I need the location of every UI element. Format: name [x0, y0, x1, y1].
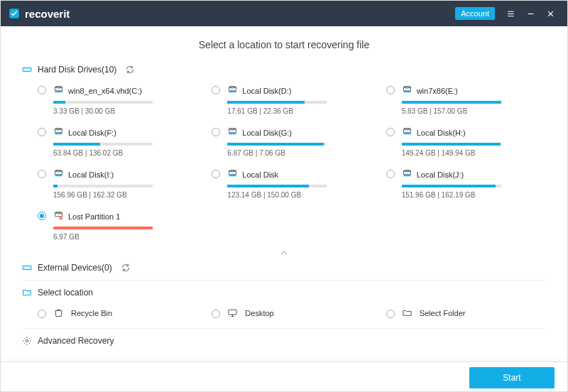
lost-disk-icon — [53, 210, 64, 222]
usage-bar-fill — [53, 227, 153, 229]
section-hard-disk-drives[interactable]: Hard Disk Drives(10) — [22, 60, 546, 79]
folder-icon — [22, 288, 32, 298]
radio[interactable] — [212, 86, 220, 94]
location-recycle-bin[interactable]: Recycle Bin — [38, 307, 197, 318]
usage-bar — [227, 143, 327, 146]
radio[interactable] — [212, 170, 220, 178]
recycle-bin-icon — [53, 307, 64, 318]
location-label: Desktop — [245, 309, 273, 317]
drive-item[interactable]: Local Disk(G:)6.87 GB | 7.06 GB — [212, 126, 371, 157]
radio[interactable] — [38, 86, 46, 94]
radio[interactable] — [386, 128, 395, 136]
drive-item[interactable]: Local Disk(F:)63.84 GB | 136.02 GB — [38, 126, 197, 157]
drive-body: Local Disk(H:)149.24 GB | 149.94 GB — [402, 126, 546, 157]
location-desktop[interactable]: Desktop — [212, 307, 371, 318]
drive-item[interactable]: Local Disk(J:)151.96 GB | 162.19 GB — [386, 168, 546, 199]
drive-item[interactable]: Local Disk(D:)17.61 GB | 22.36 GB — [212, 85, 371, 115]
usage-bar-fill — [402, 143, 501, 146]
drive-item[interactable]: Local Disk(I:)156.96 GB | 162.32 GB — [38, 168, 197, 199]
drive-title-row: Local Disk(J:) — [402, 168, 546, 180]
drive-item[interactable]: win7x86(E:)5.83 GB | 157.00 GB — [386, 85, 546, 115]
radio[interactable] — [212, 310, 220, 318]
radio[interactable] — [38, 128, 46, 136]
drive-size: 5.83 GB | 157.00 GB — [402, 107, 546, 115]
section-label: External Devices(0) — [38, 263, 112, 273]
usage-bar — [227, 185, 327, 187]
menu-button[interactable] — [501, 4, 520, 23]
radio[interactable] — [386, 310, 395, 318]
section-select-location[interactable]: Select location — [22, 283, 546, 302]
svg-point-2 — [24, 69, 25, 70]
usage-bar — [53, 227, 153, 229]
disk-icon — [53, 168, 64, 180]
brand-text: recoverit — [25, 8, 70, 20]
drive-size: 151.96 GB | 162.19 GB — [402, 191, 546, 199]
brand: recoverit — [8, 7, 70, 20]
radio[interactable] — [386, 170, 395, 178]
usage-bar-fill — [53, 185, 58, 187]
drive-title-row: win7x86(E:) — [402, 85, 546, 97]
drive-body: Local Disk(J:)151.96 GB | 162.19 GB — [402, 168, 546, 199]
drive-title-row: Local Disk(F:) — [53, 126, 197, 138]
radio[interactable] — [212, 128, 220, 136]
location-select-folder[interactable]: Select Folder — [386, 307, 546, 318]
svg-point-24 — [24, 267, 25, 268]
drive-name: win7x86(E:) — [417, 87, 458, 95]
drive-size: 156.96 GB | 162.32 GB — [53, 191, 197, 199]
drive-body: Local Disk123.14 GB | 150.00 GB — [227, 168, 371, 199]
location-row: Recycle Bin Desktop Select Folder — [22, 302, 546, 325]
section-label: Advanced Recovery — [38, 336, 114, 346]
radio[interactable] — [38, 170, 46, 178]
account-button[interactable]: Account — [455, 7, 495, 20]
usage-bar — [402, 143, 501, 146]
hamburger-icon — [506, 9, 515, 18]
usage-bar — [402, 185, 501, 187]
usage-bar-fill — [402, 185, 496, 187]
close-button[interactable] — [540, 4, 560, 23]
usage-bar-fill — [53, 143, 100, 146]
drive-item[interactable]: Lost Partition 16.97 GB — [38, 210, 197, 241]
usage-bar-fill — [53, 101, 65, 104]
svg-rect-10 — [55, 133, 62, 135]
svg-rect-20 — [403, 175, 410, 177]
svg-rect-14 — [403, 133, 410, 135]
disk-icon — [227, 168, 238, 180]
location-label: Select Folder — [420, 309, 466, 317]
drive-name: Local Disk(F:) — [68, 129, 116, 137]
drive-title-row: Local Disk(G:) — [227, 126, 371, 138]
disk-icon — [53, 85, 64, 97]
drive-item[interactable]: win8_en_x64.vhd(C:)3.33 GB | 30.00 GB — [38, 85, 197, 115]
section-advanced-recovery[interactable]: Advanced Recovery — [22, 332, 546, 350]
drive-body: win7x86(E:)5.83 GB | 157.00 GB — [402, 85, 546, 115]
usage-bar — [53, 101, 153, 104]
drive-body: win8_en_x64.vhd(C:)3.33 GB | 30.00 GB — [53, 85, 197, 115]
drive-body: Local Disk(F:)63.84 GB | 136.02 GB — [53, 126, 197, 157]
collapse-toggle[interactable] — [22, 248, 546, 258]
refresh-icon[interactable] — [125, 65, 135, 75]
drive-body: Local Disk(I:)156.96 GB | 162.32 GB — [53, 168, 197, 199]
usage-bar — [227, 101, 327, 104]
drive-size: 6.87 GB | 7.06 GB — [227, 149, 371, 157]
minimize-button[interactable] — [520, 4, 540, 23]
drive-title-row: win8_en_x64.vhd(C:) — [53, 85, 197, 97]
refresh-icon[interactable] — [121, 263, 131, 273]
drive-size: 17.61 GB | 22.36 GB — [227, 107, 371, 115]
svg-rect-25 — [229, 310, 236, 315]
disk-icon — [402, 85, 413, 97]
drive-title-row: Local Disk(I:) — [53, 168, 197, 180]
radio[interactable] — [38, 310, 46, 318]
drive-name: Local Disk(G:) — [242, 129, 292, 137]
usage-bar-fill — [227, 143, 324, 146]
radio[interactable] — [386, 86, 395, 94]
radio[interactable] — [38, 212, 46, 220]
drive-item[interactable]: Local Disk123.14 GB | 150.00 GB — [212, 168, 371, 199]
svg-point-26 — [26, 339, 28, 342]
close-icon — [546, 9, 555, 18]
drive-item[interactable]: Local Disk(H:)149.24 GB | 149.94 GB — [386, 126, 546, 157]
drive-body: Lost Partition 16.97 GB — [53, 210, 197, 241]
start-button[interactable]: Start — [469, 367, 555, 388]
drive-title-row: Local Disk(D:) — [227, 85, 371, 97]
footer: Start — [1, 361, 567, 392]
gear-icon — [22, 336, 32, 346]
section-external-devices[interactable]: External Devices(0) — [22, 258, 546, 277]
